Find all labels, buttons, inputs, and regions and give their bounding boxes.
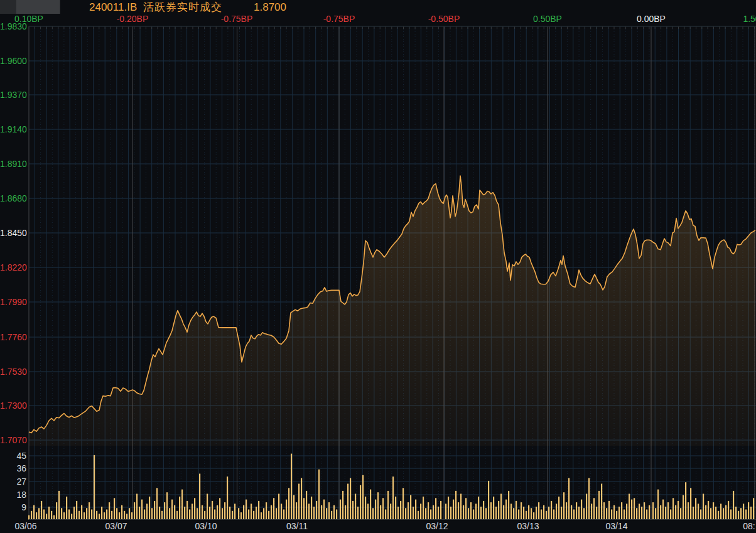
- bp-change-label: 0.00BP: [637, 14, 666, 24]
- date-tick-label: 03/06: [14, 521, 36, 531]
- volume-tick-label: 36: [0, 463, 26, 473]
- bp-change-label: -0.50BP: [428, 14, 460, 24]
- bp-change-label: -0.75BP: [221, 14, 253, 24]
- date-tick-label: 03/11: [286, 521, 308, 531]
- price-tick-label: 1.8220: [0, 262, 26, 272]
- volume-tick-label: 27: [0, 476, 26, 487]
- price-tick-label: 1.7070: [0, 435, 26, 445]
- date-tick-label: 03/07: [105, 521, 127, 531]
- date-tick-label: 03/10: [195, 521, 217, 531]
- bond-tick-chart-window: 240011.IB 活跃券实时成交 1.8700 0.10BP-0.20BP-0…: [0, 0, 756, 533]
- bp-change-label: 0.50BP: [533, 14, 562, 24]
- price-tick-label: 1.7530: [0, 367, 26, 377]
- price-tick-label: 1.8450: [0, 228, 26, 238]
- bp-change-label: -0.20BP: [117, 14, 149, 24]
- bp-change-label: -0.75BP: [323, 14, 355, 24]
- price-tick-label: 1.9370: [0, 90, 26, 100]
- price-tick-label: 1.8910: [0, 159, 26, 169]
- price-tick-label: 1.9600: [0, 56, 26, 66]
- date-tick-label: 03/13: [517, 521, 539, 531]
- price-tick-label: 1.7760: [0, 332, 26, 342]
- price-tick-label: 1.8680: [0, 193, 26, 203]
- bp-change-label: 1.50: [743, 14, 756, 24]
- date-tick-label: 03/12: [426, 521, 448, 531]
- volume-bars: [28, 454, 754, 520]
- price-tick-label: 1.7990: [0, 297, 26, 307]
- price-tick-label: 1.9140: [0, 124, 26, 134]
- price-tick-label: 1.9830: [0, 21, 26, 31]
- volume-tick-label: 18: [0, 490, 26, 500]
- date-tick-label: 03/14: [605, 521, 627, 531]
- price-volume-chart[interactable]: [0, 0, 756, 533]
- volume-tick-label: 45: [0, 451, 26, 461]
- date-tick-label: 08:: [743, 521, 755, 531]
- price-area-fill: [29, 176, 755, 446]
- volume-tick-label: 9: [0, 502, 26, 512]
- price-tick-label: 1.7300: [0, 401, 26, 411]
